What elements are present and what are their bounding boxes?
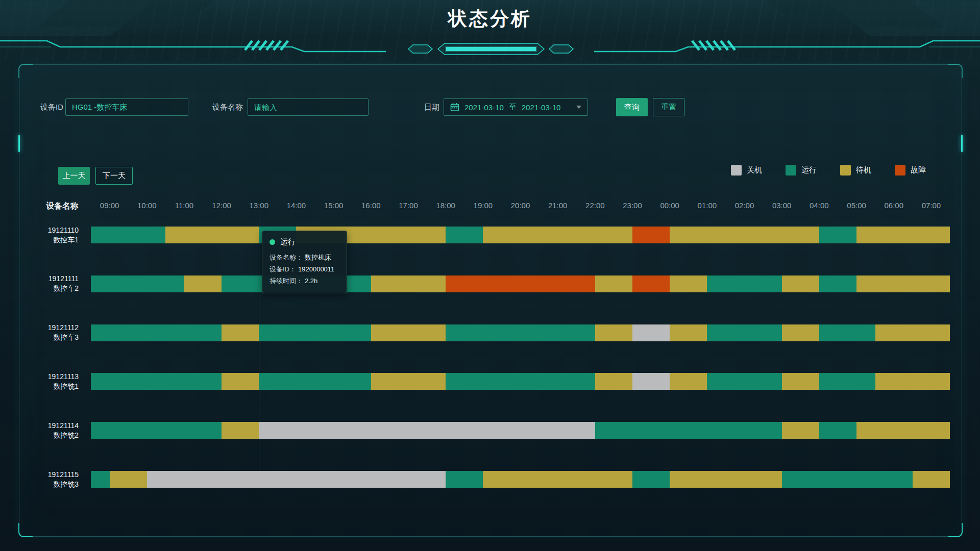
status-segment-run[interactable] bbox=[91, 227, 165, 243]
status-segment-idle[interactable] bbox=[371, 373, 446, 390]
device-name: 数控铣1 bbox=[30, 382, 79, 391]
time-tick: 10:00 bbox=[137, 201, 157, 210]
status-segment-fault[interactable] bbox=[632, 276, 670, 292]
status-segment-idle[interactable] bbox=[856, 276, 950, 292]
device-name: 数控车3 bbox=[30, 333, 79, 342]
status-tooltip: 运行 设备名称：数控机床设备ID：1920000011持续时间：2.2h bbox=[262, 231, 347, 293]
status-segment-idle[interactable] bbox=[371, 324, 446, 341]
status-bar bbox=[91, 373, 950, 390]
status-segment-run[interactable] bbox=[446, 471, 483, 488]
status-segment-run[interactable] bbox=[707, 276, 781, 292]
status-segment-idle[interactable] bbox=[875, 373, 950, 390]
device-name: 数控铣2 bbox=[30, 431, 79, 440]
time-tick: 00:00 bbox=[660, 201, 679, 210]
device-id: 19121114 bbox=[30, 421, 79, 431]
status-segment-idle[interactable] bbox=[856, 227, 950, 243]
status-segment-idle[interactable] bbox=[371, 276, 446, 292]
status-segment-off[interactable] bbox=[632, 324, 670, 341]
status-segment-off[interactable] bbox=[259, 422, 595, 439]
status-segment-run[interactable] bbox=[819, 422, 856, 439]
status-segment-idle[interactable] bbox=[670, 324, 707, 341]
status-segment-run[interactable] bbox=[91, 276, 184, 292]
device-row: 19121111数控车2 bbox=[19, 276, 962, 292]
tooltip-row: 设备名称：数控机床 bbox=[270, 252, 339, 263]
time-tick: 05:00 bbox=[847, 201, 866, 210]
status-segment-fault[interactable] bbox=[446, 276, 595, 292]
status-segment-idle[interactable] bbox=[782, 373, 819, 390]
time-tick: 03:00 bbox=[772, 201, 792, 210]
device-id: 19121110 bbox=[30, 226, 79, 235]
status-segment-idle[interactable] bbox=[483, 227, 632, 243]
status-segment-idle[interactable] bbox=[782, 276, 819, 292]
status-segment-run[interactable] bbox=[819, 227, 856, 243]
status-segment-run[interactable] bbox=[91, 373, 222, 390]
status-segment-idle[interactable] bbox=[222, 373, 259, 390]
status-segment-idle[interactable] bbox=[782, 324, 819, 341]
status-segment-run[interactable] bbox=[782, 471, 913, 488]
status-analysis-page: 状态分析 设备ID 设备名称 日期 bbox=[0, 0, 980, 551]
status-segment-idle[interactable] bbox=[595, 276, 632, 292]
status-bar bbox=[91, 227, 950, 243]
status-segment-idle[interactable] bbox=[782, 422, 819, 439]
device-row: 19121110数控车1 bbox=[19, 227, 962, 243]
status-segment-run[interactable] bbox=[446, 227, 483, 243]
status-segment-idle[interactable] bbox=[222, 422, 259, 439]
status-segment-idle[interactable] bbox=[856, 422, 950, 439]
status-segment-idle[interactable] bbox=[670, 373, 707, 390]
status-segment-run[interactable] bbox=[446, 324, 595, 341]
status-segment-idle[interactable] bbox=[670, 276, 707, 292]
tooltip-label: 设备名称： bbox=[270, 254, 303, 261]
status-segment-idle[interactable] bbox=[595, 324, 632, 341]
status-segment-idle[interactable] bbox=[110, 471, 147, 488]
device-label: 19121111数控车2 bbox=[30, 274, 79, 293]
time-tick: 17:00 bbox=[399, 201, 418, 210]
status-segment-idle[interactable] bbox=[165, 227, 259, 243]
time-tick: 12:00 bbox=[212, 201, 231, 210]
status-segment-run[interactable] bbox=[819, 276, 856, 292]
device-name: 数控铣3 bbox=[30, 480, 79, 489]
time-tick: 18:00 bbox=[436, 201, 455, 210]
device-id: 19121112 bbox=[30, 323, 79, 333]
status-segment-idle[interactable] bbox=[595, 373, 632, 390]
status-segment-off[interactable] bbox=[632, 373, 670, 390]
status-segment-idle[interactable] bbox=[184, 276, 222, 292]
time-tick: 20:00 bbox=[511, 201, 530, 210]
device-name-column-header: 设备名称 bbox=[30, 201, 79, 212]
status-segment-idle[interactable] bbox=[483, 471, 632, 488]
status-segment-idle[interactable] bbox=[875, 324, 950, 341]
status-segment-run[interactable] bbox=[632, 471, 670, 488]
status-timeline-chart: 设备名称 09:0010:0011:0012:0013:0014:0015:00… bbox=[19, 65, 962, 536]
device-label: 19121114数控铣2 bbox=[30, 421, 79, 440]
time-tick: 04:00 bbox=[810, 201, 829, 210]
device-label: 19121112数控车3 bbox=[30, 323, 79, 342]
status-segment-idle[interactable] bbox=[670, 227, 819, 243]
tooltip-status: 运行 bbox=[280, 237, 296, 247]
status-segment-run[interactable] bbox=[819, 324, 875, 341]
status-segment-fault[interactable] bbox=[632, 227, 670, 243]
status-segment-run[interactable] bbox=[446, 373, 595, 390]
status-segment-run[interactable] bbox=[91, 471, 110, 488]
tooltip-value: 2.2h bbox=[305, 277, 317, 285]
time-tick: 09:00 bbox=[100, 201, 119, 210]
status-segment-idle[interactable] bbox=[222, 324, 259, 341]
status-segment-idle[interactable] bbox=[670, 471, 782, 488]
status-bar bbox=[91, 276, 950, 292]
status-segment-run[interactable] bbox=[259, 373, 371, 390]
status-segment-idle[interactable] bbox=[913, 471, 950, 488]
tooltip-value: 数控机床 bbox=[305, 254, 331, 261]
status-segment-off[interactable] bbox=[147, 471, 446, 488]
status-segment-run[interactable] bbox=[595, 422, 782, 439]
status-segment-run[interactable] bbox=[819, 373, 875, 390]
device-id: 19121115 bbox=[30, 470, 79, 480]
status-segment-run[interactable] bbox=[91, 422, 222, 439]
time-tick: 22:00 bbox=[585, 201, 605, 210]
device-name: 数控车1 bbox=[30, 235, 79, 245]
device-label: 19121115数控铣3 bbox=[30, 470, 79, 489]
status-segment-run[interactable] bbox=[707, 373, 781, 390]
status-segment-run[interactable] bbox=[259, 324, 371, 341]
device-row: 19121115数控铣3 bbox=[19, 471, 962, 488]
status-segment-run[interactable] bbox=[707, 324, 781, 341]
time-tick: 01:00 bbox=[698, 201, 717, 210]
status-segment-run[interactable] bbox=[91, 324, 222, 341]
time-tick: 14:00 bbox=[287, 201, 306, 210]
